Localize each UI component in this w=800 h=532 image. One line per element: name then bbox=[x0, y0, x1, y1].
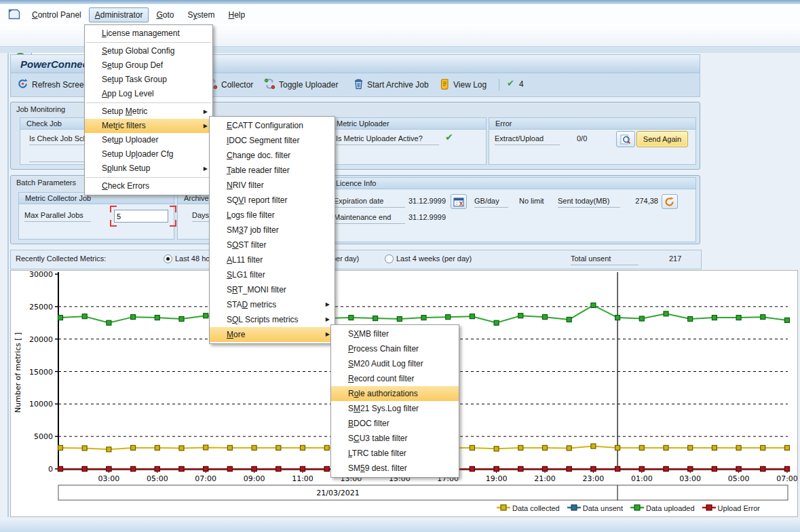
svg-text:20000: 20000 bbox=[29, 335, 53, 344]
menu-item-setup-metric[interactable]: Setup Metric▶ bbox=[85, 104, 212, 119]
legend-item-data-collected: Data collected bbox=[497, 504, 560, 512]
menu-item-stad-metrics[interactable]: STAD metrics▶ bbox=[210, 297, 335, 312]
success-check-icon: ✔ bbox=[507, 78, 514, 88]
radio-last-4-weeks-per-day[interactable] bbox=[385, 254, 394, 263]
menubar-item-administrator[interactable]: Administrator bbox=[89, 7, 149, 22]
menu-item-more[interactable]: More▶ bbox=[210, 327, 335, 342]
menu-item-change-doc-filter[interactable]: Change doc. filter bbox=[210, 148, 335, 163]
svg-text:11:00: 11:00 bbox=[292, 474, 313, 483]
start-archive-job-button[interactable]: Start Archive Job bbox=[354, 78, 429, 92]
menu-item-sost-filter[interactable]: SOST filter bbox=[210, 238, 335, 252]
action-button-label: View Log bbox=[453, 80, 487, 90]
menu-item-ecatt-configuration[interactable]: ECATT Configuration bbox=[210, 118, 335, 133]
resend-refresh-icon[interactable] bbox=[662, 194, 678, 209]
gb-day-value: No limit bbox=[519, 197, 544, 205]
menu-item-check-errors[interactable]: Check Errors bbox=[85, 179, 212, 193]
legend-label: Upload Error bbox=[718, 504, 760, 512]
focus-corner bbox=[110, 206, 117, 212]
submenu-arrow-icon: ▶ bbox=[204, 162, 208, 176]
menu-item-idoc-segment-filter[interactable]: IDOC Segment filter bbox=[210, 133, 335, 148]
menu-item-sqvi-report-filter[interactable]: SQVI report filter bbox=[210, 193, 335, 208]
collector-button[interactable]: Collector bbox=[206, 78, 253, 92]
menu-bar: Control PanelAdministratorGotoSystemHelp bbox=[0, 4, 800, 24]
toggle-icon bbox=[264, 78, 275, 92]
svg-text:15000: 15000 bbox=[29, 368, 53, 377]
menu-item-al11-filter[interactable]: AL11 filter bbox=[210, 252, 335, 267]
menu-item-scu3-table-filter[interactable]: SCU3 table filter bbox=[331, 431, 459, 446]
toggle-uploader-button[interactable]: Toggle Uploader bbox=[264, 78, 338, 92]
menu-item-slg1-filter[interactable]: SLG1 filter bbox=[210, 267, 335, 282]
display-errors-button[interactable] bbox=[616, 131, 635, 147]
svg-text:23:00: 23:00 bbox=[583, 474, 605, 483]
svg-text:09:00: 09:00 bbox=[244, 474, 265, 483]
menubar-item-goto[interactable]: Goto bbox=[150, 7, 180, 22]
send-again-button[interactable]: Send Again bbox=[636, 131, 688, 147]
menu-item-setup-global-config[interactable]: Setup Global Config bbox=[85, 44, 212, 58]
menu-item-sm21-sys-log-filter[interactable]: SM21 Sys.Log filter bbox=[331, 401, 459, 416]
menu-item-sql-scripts-metrics[interactable]: SQL Scripts metrics▶ bbox=[210, 312, 335, 327]
extract-upload-value: 0/0 bbox=[577, 134, 587, 142]
menu-item-role-authorizations[interactable]: Role authorizations bbox=[331, 386, 459, 401]
focus-corner bbox=[110, 220, 117, 227]
licence-info-panel: Licence Info Expiration date 31.12.9999 … bbox=[329, 177, 696, 242]
svg-text:10000: 10000 bbox=[29, 400, 53, 408]
metric-filters-submenu: ECATT ConfigurationIDOC Segment filterCh… bbox=[209, 116, 335, 344]
view-log-button[interactable]: View Log bbox=[439, 78, 487, 92]
menu-item-srt-moni-filter[interactable]: SRT_MONI filter bbox=[210, 282, 335, 297]
legend-marker-icon bbox=[702, 504, 716, 512]
sent-today-label: Sent today(MB) bbox=[558, 197, 620, 208]
svg-text:Number of metrics [ ]: Number of metrics [ ] bbox=[14, 332, 22, 413]
metric-uploader-header: Metric Uploader bbox=[330, 118, 486, 130]
menu-item-setup-group-def[interactable]: Setup Group Def bbox=[85, 58, 212, 73]
menu-item-license-management[interactable]: License management bbox=[85, 26, 212, 41]
menubar-item-control-panel[interactable]: Control Panel bbox=[26, 7, 88, 22]
menu-item-sxmb-filter[interactable]: SXMB filter bbox=[331, 326, 459, 341]
menu-item-sm37-job-filter[interactable]: SM37 job filter bbox=[210, 223, 335, 238]
legend-marker-icon bbox=[567, 504, 581, 512]
refresh-screen-button[interactable]: Refresh Screen bbox=[17, 78, 88, 92]
radio-label: Last 4 weeks (per day) bbox=[396, 254, 472, 263]
uploader-active-label: Is Metric Uploader Active? bbox=[336, 134, 439, 145]
max-parallel-jobs-input[interactable] bbox=[114, 210, 168, 223]
menu-item-splunk-setup[interactable]: Splunk Setup▶ bbox=[85, 162, 212, 176]
menu-item-setup-uploader[interactable]: Setup Uploader bbox=[85, 133, 212, 147]
expiration-date-value: 31.12.9999 bbox=[408, 197, 446, 205]
menu-item-sm59-dest-filter[interactable]: SM59 dest. filter bbox=[331, 461, 459, 476]
svg-text:21:00: 21:00 bbox=[534, 474, 556, 483]
extract-upload-label: Extract/Upload bbox=[495, 134, 560, 145]
action-button-label: Refresh Screen bbox=[32, 80, 88, 90]
legend-item-data-uploaded: Data uploaded bbox=[630, 504, 695, 512]
action-button-label: Collector bbox=[221, 80, 253, 90]
menu-item-app-log-level[interactable]: App Log Level bbox=[85, 87, 212, 101]
menu-item-process-chain-filter[interactable]: Process Chain filter bbox=[331, 341, 459, 356]
radio-last-48-hours[interactable] bbox=[164, 254, 172, 263]
log-icon bbox=[439, 79, 450, 92]
svg-text:5000: 5000 bbox=[34, 432, 53, 441]
menu-item-setup-task-group[interactable]: Setup Task Group bbox=[85, 73, 212, 87]
submenu-arrow-icon: ▶ bbox=[326, 312, 330, 327]
svg-text:05:00: 05:00 bbox=[147, 474, 168, 483]
svg-text:0: 0 bbox=[48, 465, 53, 474]
svg-text:19:00: 19:00 bbox=[486, 474, 508, 483]
menu-item-logs-file-filter[interactable]: Logs file filter bbox=[210, 208, 335, 223]
menubar-item-system[interactable]: System bbox=[181, 7, 221, 22]
menu-item-table-reader-filter[interactable]: Table reader filter bbox=[210, 163, 335, 178]
menu-item-nriv-filter[interactable]: NRIV filter bbox=[210, 178, 335, 193]
menu-item-sm20-audit-log-filter[interactable]: SM20 Audit Log filter bbox=[331, 356, 459, 371]
calendar-icon[interactable] bbox=[451, 194, 467, 209]
svg-text:05:00: 05:00 bbox=[728, 474, 750, 483]
page-title: PowerConnect bbox=[20, 58, 92, 70]
menu-separator bbox=[86, 102, 211, 103]
menu-item-record-count-filter[interactable]: Record count filter bbox=[331, 371, 459, 386]
menubar-item-help[interactable]: Help bbox=[222, 7, 251, 22]
submenu-arrow-icon: ▶ bbox=[326, 327, 330, 342]
submenu-arrow-icon: ▶ bbox=[204, 119, 208, 133]
menu-item-bdoc-filter[interactable]: BDOC filter bbox=[331, 416, 459, 431]
error-header: Error bbox=[489, 118, 696, 130]
menu-item-metric-filters[interactable]: Metric filters▶ bbox=[85, 119, 212, 133]
more-submenu: SXMB filterProcess Chain filterSM20 Audi… bbox=[330, 324, 459, 478]
screen-icon[interactable] bbox=[8, 9, 20, 21]
menu-item-setup-uploader-cfg[interactable]: Setup Uploader Cfg bbox=[85, 147, 212, 162]
chart-legend: Data collectedData unsentData uploadedUp… bbox=[497, 504, 760, 512]
menu-item-ltrc-table-filter[interactable]: LTRC table filter bbox=[331, 446, 459, 461]
